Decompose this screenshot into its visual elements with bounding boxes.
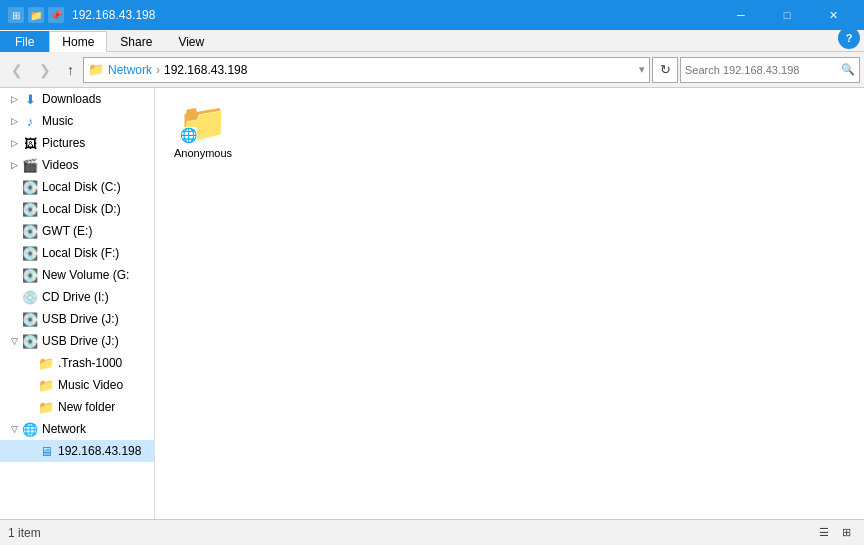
sidebar-label-music-video: Music Video xyxy=(58,378,123,392)
sidebar-label-gwt-e: GWT (E:) xyxy=(42,224,92,238)
trash-folder-icon: 📁 xyxy=(38,356,54,371)
sidebar-label-music: Music xyxy=(42,114,73,128)
details-view-button[interactable]: ☰ xyxy=(814,524,834,542)
sidebar-label-pictures: Pictures xyxy=(42,136,85,150)
forward-button[interactable]: ❯ xyxy=(32,56,58,84)
sidebar-label-local-c: Local Disk (C:) xyxy=(42,180,121,194)
sidebar-label-usb-j-root: USB Drive (J:) xyxy=(42,334,119,348)
sidebar-item-cd-i[interactable]: 💿 CD Drive (I:) xyxy=(0,286,154,308)
folder-label-anonymous: Anonymous xyxy=(174,147,232,159)
pictures-icon: 🖼 xyxy=(22,136,38,151)
expand-icon-network[interactable]: ▽ xyxy=(8,423,20,435)
new-folder-icon: 📁 xyxy=(38,400,54,415)
folder-icon-address: 📁 xyxy=(88,62,104,77)
sidebar-label-local-f: Local Disk (F:) xyxy=(42,246,119,260)
expand-icon-music[interactable]: ▷ xyxy=(8,115,20,127)
sidebar-item-local-f[interactable]: 💽 Local Disk (F:) xyxy=(0,242,154,264)
tab-home[interactable]: Home xyxy=(49,31,107,52)
sidebar-label-local-d: Local Disk (D:) xyxy=(42,202,121,216)
view-buttons: ☰ ⊞ xyxy=(814,524,856,542)
sidebar-label-trash-1000: .Trash-1000 xyxy=(58,356,122,370)
breadcrumb-network[interactable]: Network xyxy=(108,63,152,77)
sidebar-label-network: Network xyxy=(42,422,86,436)
ribbon-tabs: File Home Share View ? xyxy=(0,30,864,52)
tab-view[interactable]: View xyxy=(165,31,217,52)
expand-icon-downloads[interactable]: ▷ xyxy=(8,93,20,105)
network-badge-icon: 🌐 xyxy=(180,127,197,143)
music-icon: ♪ xyxy=(22,114,38,129)
help-button[interactable]: ? xyxy=(838,27,860,49)
computer-ip-icon: 🖥 xyxy=(38,444,54,459)
close-button[interactable]: ✕ xyxy=(810,0,856,30)
expand-icon-pictures[interactable]: ▷ xyxy=(8,137,20,149)
sidebar: ▷ ⬇ Downloads ▷ ♪ Music ▷ 🖼 Pictures ▷ 🎬… xyxy=(0,88,155,519)
disk-e-icon: 💽 xyxy=(22,224,38,239)
sidebar-item-trash-1000[interactable]: 📁 .Trash-1000 xyxy=(0,352,154,374)
breadcrumb-sep-1: › xyxy=(156,63,160,77)
disk-f-icon: 💽 xyxy=(22,246,38,261)
expand-icon-videos[interactable]: ▷ xyxy=(8,159,20,171)
sidebar-item-local-d[interactable]: 💽 Local Disk (D:) xyxy=(0,198,154,220)
sidebar-label-new-volume-g: New Volume (G: xyxy=(42,268,129,282)
sidebar-item-new-volume-g[interactable]: 💽 New Volume (G: xyxy=(0,264,154,286)
usb-j-sub-icon: 💽 xyxy=(22,312,38,327)
usb-j-root-icon: 💽 xyxy=(22,334,38,349)
downloads-icon: ⬇ xyxy=(22,92,38,107)
tab-file[interactable]: File xyxy=(0,31,49,52)
system-icon-1: ⊞ xyxy=(8,7,24,23)
title-bar: ⊞ 📁 📌 192.168.43.198 ─ □ ✕ xyxy=(0,0,864,30)
disk-g-icon: 💽 xyxy=(22,268,38,283)
tiles-view-button[interactable]: ⊞ xyxy=(836,524,856,542)
cd-i-icon: 💿 xyxy=(22,290,38,305)
sidebar-label-ip: 192.168.43.198 xyxy=(58,444,141,458)
network-icon: 🌐 xyxy=(22,422,38,437)
sidebar-item-music-video[interactable]: 📁 Music Video xyxy=(0,374,154,396)
expand-icon-usb-j-root[interactable]: ▽ xyxy=(8,335,20,347)
videos-icon: 🎬 xyxy=(22,158,38,173)
sidebar-item-gwt-e[interactable]: 💽 GWT (E:) xyxy=(0,220,154,242)
search-bar[interactable]: 🔍 xyxy=(680,57,860,83)
tab-share[interactable]: Share xyxy=(107,31,165,52)
maximize-button[interactable]: □ xyxy=(764,0,810,30)
music-video-folder-icon: 📁 xyxy=(38,378,54,393)
status-bar: 1 item ☰ ⊞ xyxy=(0,519,864,545)
sidebar-item-videos[interactable]: ▷ 🎬 Videos xyxy=(0,154,154,176)
content-area: 📁 🌐 Anonymous xyxy=(155,88,864,519)
refresh-button[interactable]: ↻ xyxy=(652,57,678,83)
anonymous-folder-icon-wrapper: 📁 🌐 xyxy=(178,103,228,143)
sidebar-item-downloads[interactable]: ▷ ⬇ Downloads xyxy=(0,88,154,110)
folder-item-anonymous[interactable]: 📁 🌐 Anonymous xyxy=(163,96,243,166)
main-layout: ▷ ⬇ Downloads ▷ ♪ Music ▷ 🖼 Pictures ▷ 🎬… xyxy=(0,88,864,519)
sidebar-label-cd-i: CD Drive (I:) xyxy=(42,290,109,304)
title-bar-system-icons: ⊞ 📁 📌 xyxy=(8,7,64,23)
address-dropdown-button[interactable]: ▾ xyxy=(639,63,645,76)
status-item-count: 1 item xyxy=(8,526,41,540)
sidebar-item-network[interactable]: ▽ 🌐 Network xyxy=(0,418,154,440)
window-title: 192.168.43.198 xyxy=(72,8,718,22)
sidebar-label-new-folder: New folder xyxy=(58,400,115,414)
minimize-button[interactable]: ─ xyxy=(718,0,764,30)
search-input[interactable] xyxy=(685,64,841,76)
disk-c-icon: 💽 xyxy=(22,180,38,195)
sidebar-item-ip[interactable]: 🖥 192.168.43.198 xyxy=(0,440,154,462)
sidebar-item-usb-j-sub[interactable]: 💽 USB Drive (J:) xyxy=(0,308,154,330)
sidebar-item-new-folder[interactable]: 📁 New folder xyxy=(0,396,154,418)
sidebar-item-usb-j-root[interactable]: ▽ 💽 USB Drive (J:) xyxy=(0,330,154,352)
search-icon: 🔍 xyxy=(841,63,855,76)
system-icon-2: 📁 xyxy=(28,7,44,23)
sidebar-label-downloads: Downloads xyxy=(42,92,101,106)
back-button[interactable]: ❮ xyxy=(4,56,30,84)
sidebar-label-videos: Videos xyxy=(42,158,78,172)
sidebar-item-music[interactable]: ▷ ♪ Music xyxy=(0,110,154,132)
toolbar: ❮ ❯ ↑ 📁 Network › 192.168.43.198 ▾ ↻ 🔍 xyxy=(0,52,864,88)
window-controls: ─ □ ✕ xyxy=(718,0,856,30)
system-icon-3: 📌 xyxy=(48,7,64,23)
sidebar-item-pictures[interactable]: ▷ 🖼 Pictures xyxy=(0,132,154,154)
sidebar-label-usb-j-sub: USB Drive (J:) xyxy=(42,312,119,326)
breadcrumb-current: 192.168.43.198 xyxy=(164,63,247,77)
address-bar[interactable]: 📁 Network › 192.168.43.198 ▾ xyxy=(83,57,650,83)
disk-d-icon: 💽 xyxy=(22,202,38,217)
sidebar-item-local-c[interactable]: 💽 Local Disk (C:) xyxy=(0,176,154,198)
up-button[interactable]: ↑ xyxy=(60,56,81,84)
